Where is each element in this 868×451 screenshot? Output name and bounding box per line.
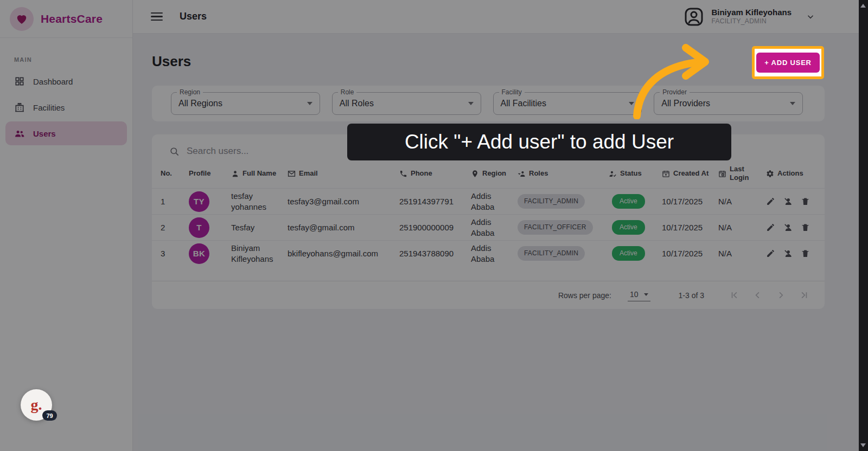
guide-widget-badge: 79 xyxy=(42,410,57,421)
scroll-down-icon[interactable] xyxy=(860,443,866,447)
add-user-highlight: + ADD USER xyxy=(752,46,824,79)
tutorial-tooltip: Click "+ Add user" to add User xyxy=(347,124,731,160)
scrollbar[interactable] xyxy=(859,0,868,451)
scroll-up-icon[interactable] xyxy=(860,4,866,8)
tutorial-arrow xyxy=(624,43,722,119)
guide-widget-logo: g. xyxy=(31,396,42,414)
guide-widget[interactable]: g. 79 xyxy=(21,389,52,421)
add-user-button[interactable]: + ADD USER xyxy=(756,53,820,73)
tutorial-dim-overlay xyxy=(0,0,868,451)
